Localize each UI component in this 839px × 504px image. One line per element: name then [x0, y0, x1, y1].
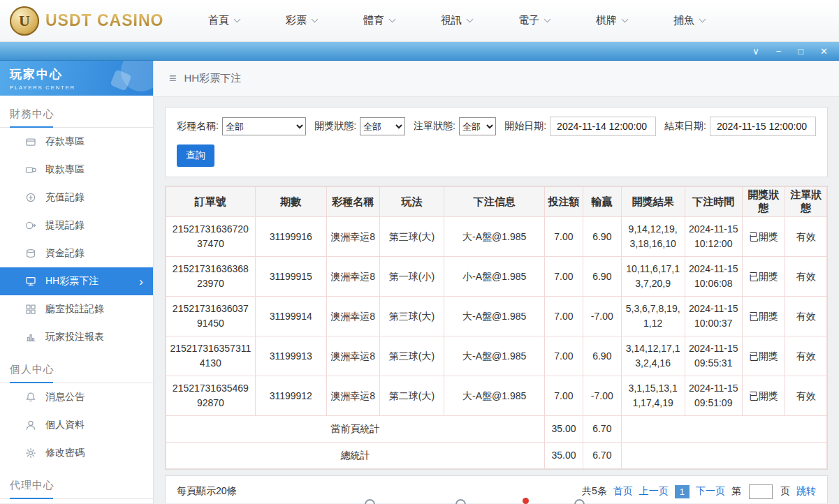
total-summary-label: 總統計: [166, 443, 545, 469]
prev-page-link[interactable]: 上一页: [639, 485, 669, 498]
logo[interactable]: U USDT CASINO: [0, 6, 169, 36]
cell-win-loss: -7.00: [583, 376, 621, 416]
filter-panel: 彩種名稱: 全部 開獎狀態: 全部 注單狀態: 全部 開始日期: 結束日期: 查…: [165, 107, 828, 177]
sidebar-item-player-bet-report[interactable]: 玩家投注報表: [0, 323, 153, 351]
filter-row: 彩種名稱: 全部 開獎狀態: 全部 注單狀態: 全部 開始日期: 結束日期:: [177, 117, 816, 136]
cell-play-type: 第三球(大): [379, 336, 444, 376]
window-minimize-button[interactable]: −: [776, 47, 782, 56]
window-titlebar: ∨ − □ ✕: [0, 42, 839, 61]
nav-item-label: 首頁: [208, 14, 229, 27]
cell-period: 31199913: [255, 336, 326, 376]
table-footer-bar: 每頁顯示20條 共5条 首页 上一页 1 下一页 第 页 跳转: [165, 475, 828, 503]
order-status-label: 注單狀態:: [414, 120, 455, 133]
cell-draw-result: 3,14,12,17,13,2,4,16: [621, 336, 685, 376]
bets-table-panel: 訂單號期數彩種名稱玩法下注信息投注額輸贏開獎結果下注時間開獎狀態注單狀態 215…: [165, 186, 828, 470]
draw-status-select[interactable]: 全部: [360, 117, 405, 135]
gear-icon: [25, 447, 36, 459]
logo-text: USDT CASINO: [45, 11, 163, 30]
nav-item-electronic[interactable]: 電子: [518, 14, 550, 27]
breadcrumb: ≡ HH彩票下注: [154, 61, 839, 97]
page-summary-win-loss: 6.70: [583, 416, 621, 443]
cell-bet-amount: 7.00: [545, 336, 583, 376]
end-date-input[interactable]: [710, 117, 816, 136]
hall-icon: [25, 304, 36, 315]
report-icon: [25, 332, 36, 343]
content-area: 玩家中心 PLAYERS CENTER 財務中心 存款專區 取款專區 充值記錄 …: [0, 61, 839, 503]
nav-item-lottery[interactable]: 彩票: [286, 14, 317, 27]
cell-bet-time: 2024-11-15 09:55:31: [685, 336, 742, 376]
first-page-link[interactable]: 首页: [613, 485, 633, 498]
chevron-down-icon: [389, 16, 396, 23]
cell-period: 31199912: [255, 376, 326, 416]
col-play-type: 玩法: [379, 187, 444, 217]
total-count-label: 共5条: [582, 485, 607, 498]
cell-bet-time: 2024-11-15 10:06:08: [685, 257, 742, 297]
nav-item-label: 電子: [518, 14, 539, 27]
sidebar: 玩家中心 PLAYERS CENTER 財務中心 存款專區 取款專區 充值記錄 …: [0, 61, 154, 503]
lottery-name-select[interactable]: 全部: [222, 117, 306, 135]
sidebar-item-hh-lottery-bets[interactable]: HH彩票下注 ›: [0, 267, 153, 295]
window-collapse-button[interactable]: ∨: [752, 47, 759, 56]
funds-icon: [25, 248, 36, 259]
sidebar-item-funds-record[interactable]: 資金記錄: [0, 239, 153, 267]
cell-order-status: 有效: [785, 376, 827, 416]
col-period: 期數: [255, 187, 326, 217]
nav-item-chess[interactable]: 棋牌: [596, 14, 627, 27]
nav-item-sports[interactable]: 體育: [363, 14, 395, 27]
app-window: { "colors": { "accent_blue": "#2e86e0", …: [0, 0, 839, 504]
cell-draw-result: 9,14,12,19,3,18,16,10: [621, 217, 685, 257]
cell-period: 31199915: [255, 257, 326, 297]
cell-lottery-name: 澳洲幸运8: [326, 217, 379, 257]
logo-badge-icon: U: [10, 6, 39, 36]
table-row: 215217316354699287031199912澳洲幸运8第二球(大)大-…: [166, 376, 827, 416]
sidebar-item-deposit[interactable]: 存款專區: [0, 128, 153, 156]
sidebar-item-hall-bet-record[interactable]: 廳室投註記錄: [0, 295, 153, 323]
search-button[interactable]: 查詢: [177, 144, 214, 167]
page-summary-row: 當前頁統計 35.00 6.70: [166, 416, 827, 443]
table-body: 215217316367203747031199916澳洲幸运8第三球(大)大-…: [166, 217, 827, 416]
cell-draw-result: 5,3,6,7,8,19,1,12: [621, 297, 685, 336]
cell-bet-amount: 7.00: [545, 217, 583, 257]
jump-prefix-label: 第: [731, 485, 741, 498]
next-page-link[interactable]: 下一页: [696, 485, 725, 498]
nav-item-label: 彩票: [286, 14, 307, 27]
per-page-label: 每頁顯示20條: [177, 485, 237, 498]
cell-draw-result: 3,1,15,13,11,17,4,19: [621, 376, 685, 416]
nav-item-fishing[interactable]: 捕魚: [673, 14, 705, 27]
chevron-down-icon: [622, 16, 629, 23]
sidebar-item-label: 修改密碼: [45, 447, 85, 459]
cell-play-type: 第二球(大): [379, 376, 444, 416]
sidebar-item-profile[interactable]: 個人資料: [0, 411, 153, 439]
start-date-input[interactable]: [550, 117, 656, 136]
page-summary-empty: [621, 416, 826, 443]
table-row: 215217316367203747031199916澳洲幸运8第三球(大)大-…: [166, 217, 827, 257]
page-jump-button[interactable]: 跳转: [796, 485, 816, 498]
cell-lottery-name: 澳洲幸运8: [326, 297, 379, 336]
cell-bet-info: 大-A盤@1.985: [444, 336, 545, 376]
order-status-select[interactable]: 全部: [459, 117, 496, 135]
main-panel: ≡ HH彩票下注 彩種名稱: 全部 開獎狀態: 全部 注單狀態: 全部 開始日期…: [154, 61, 839, 503]
nav-item-video[interactable]: 視訊: [441, 14, 472, 27]
sidebar-item-recharge-record[interactable]: 充值記錄: [0, 184, 153, 212]
cell-order-no: 2152173163636823970: [166, 257, 256, 297]
sidebar-item-label: 廳室投註記錄: [45, 303, 104, 316]
recharge-icon: [25, 192, 36, 203]
page-title: HH彩票下注: [184, 72, 242, 85]
nav-item-home[interactable]: 首頁: [208, 14, 240, 27]
page-jump-input[interactable]: [749, 484, 773, 499]
logo-letter: U: [19, 12, 30, 30]
page-summary-label: 當前頁統計: [166, 416, 545, 443]
col-bet-info: 下注信息: [444, 187, 545, 217]
window-maximize-button[interactable]: □: [798, 47, 803, 56]
sidebar-item-announcements[interactable]: 消息公告: [0, 383, 153, 411]
sidebar-item-cashout-record[interactable]: 提現記錄: [0, 212, 153, 239]
cell-bet-time: 2024-11-15 10:00:37: [685, 297, 742, 336]
cell-draw-status: 已開獎: [742, 376, 785, 416]
window-close-button[interactable]: ✕: [820, 47, 828, 56]
table-row: 215217316363682397031199915澳洲幸运8第一球(小)小-…: [166, 257, 827, 297]
table-row: 215217316357311413031199913澳洲幸运8第三球(大)大-…: [166, 336, 827, 376]
sidebar-item-withdraw[interactable]: 取款專區: [0, 156, 153, 184]
hamburger-menu-icon[interactable]: ≡: [169, 71, 177, 86]
sidebar-item-change-password[interactable]: 修改密碼: [0, 439, 153, 467]
sidebar-item-label: 個人資料: [45, 419, 85, 431]
